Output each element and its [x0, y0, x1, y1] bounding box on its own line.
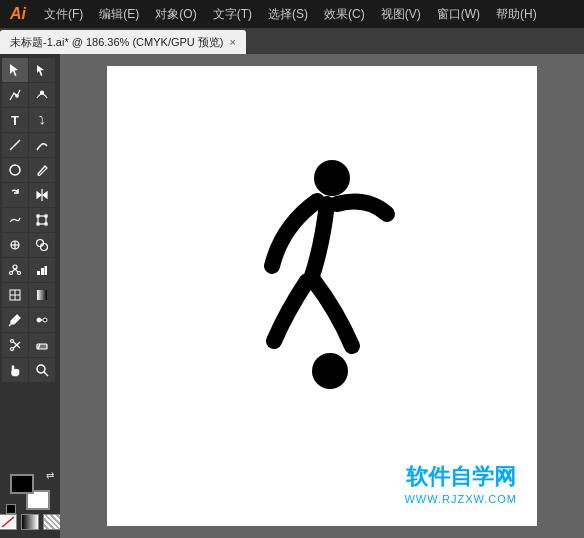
title-bar: Ai 文件(F)编辑(E)对象(O)文字(T)选择(S)效果(C)视图(V)窗口… — [0, 0, 584, 28]
main-area: T ⤵ — [0, 54, 584, 538]
tool-row-shape — [2, 158, 58, 182]
svg-point-36 — [11, 340, 14, 343]
puppet-warp-tool[interactable] — [2, 233, 28, 257]
symbol-tool[interactable] — [2, 258, 28, 282]
paintbrush-tool[interactable] — [29, 158, 55, 182]
svg-line-4 — [10, 140, 20, 150]
menu-item-帮助h[interactable]: 帮助(H) — [488, 0, 545, 28]
svg-line-31 — [9, 324, 11, 326]
default-colors-icon[interactable] — [6, 504, 16, 514]
svg-point-33 — [43, 318, 47, 322]
menu-item-文字t[interactable]: 文字(T) — [205, 0, 260, 28]
svg-marker-0 — [10, 64, 18, 76]
svg-point-44 — [314, 160, 350, 196]
watermark-main-text: 软件自学网 — [404, 463, 517, 492]
column-graph-tool[interactable] — [29, 258, 55, 282]
gradient-tool[interactable] — [29, 283, 55, 307]
menu-bar: 文件(F)编辑(E)对象(O)文字(T)选择(S)效果(C)视图(V)窗口(W)… — [36, 0, 584, 28]
type-tool[interactable]: T — [2, 108, 28, 132]
free-transform-tool[interactable] — [29, 208, 55, 232]
svg-rect-11 — [45, 215, 47, 217]
svg-point-19 — [13, 265, 17, 269]
svg-rect-10 — [37, 215, 39, 217]
vertical-type-tool[interactable]: ⤵ — [29, 108, 55, 132]
svg-point-41 — [37, 365, 45, 373]
pattern-swatch[interactable] — [43, 514, 61, 530]
reflect-tool[interactable] — [29, 183, 55, 207]
tool-row-2 — [2, 83, 58, 107]
tab-label: 未标题-1.ai* @ 186.36% (CMYK/GPU 预览) — [10, 35, 224, 50]
tool-row-scissors — [2, 333, 58, 357]
swap-colors-icon[interactable]: ⇄ — [46, 470, 54, 481]
menu-item-视图v[interactable]: 视图(V) — [373, 0, 429, 28]
tab-close-button[interactable]: × — [230, 36, 236, 48]
menu-item-对象o[interactable]: 对象(O) — [147, 0, 204, 28]
svg-point-18 — [41, 244, 48, 251]
menu-item-编辑e[interactable]: 编辑(E) — [91, 0, 147, 28]
direct-select-tool[interactable] — [29, 58, 55, 82]
svg-point-3 — [41, 91, 44, 94]
svg-rect-25 — [41, 268, 44, 275]
svg-marker-8 — [43, 192, 47, 198]
mesh-tool[interactable] — [2, 283, 28, 307]
canvas-area[interactable]: 软件自学网 WWW.RJZXW.COM — [60, 54, 584, 538]
canvas: 软件自学网 WWW.RJZXW.COM — [107, 66, 537, 526]
select-tool[interactable] — [2, 58, 28, 82]
svg-point-17 — [37, 240, 44, 247]
svg-rect-12 — [37, 223, 39, 225]
svg-point-5 — [10, 165, 20, 175]
svg-point-45 — [312, 353, 348, 389]
svg-rect-24 — [37, 271, 40, 275]
watermark-sub-text: WWW.RJZXW.COM — [404, 492, 517, 506]
tool-row-line — [2, 133, 58, 157]
hand-tool[interactable] — [2, 358, 28, 382]
svg-point-35 — [11, 348, 14, 351]
active-tab[interactable]: 未标题-1.ai* @ 186.36% (CMYK/GPU 预览) × — [0, 30, 246, 54]
svg-line-43 — [2, 517, 14, 527]
tool-row-eyedropper — [2, 308, 58, 332]
tool-row-type: T ⤵ — [2, 108, 58, 132]
tool-row-hand — [2, 358, 58, 382]
svg-rect-30 — [37, 290, 47, 300]
svg-rect-13 — [45, 223, 47, 225]
pen-tool[interactable] — [2, 83, 28, 107]
warp-tool[interactable] — [2, 208, 28, 232]
tool-row-mesh — [2, 283, 58, 307]
svg-rect-26 — [45, 266, 48, 275]
tool-row-selection — [2, 58, 58, 82]
zoom-tool[interactable] — [29, 358, 55, 382]
fill-color-box[interactable] — [10, 474, 34, 494]
ellipse-tool[interactable] — [2, 158, 28, 182]
curvature-tool[interactable] — [29, 83, 55, 107]
svg-point-2 — [16, 95, 18, 97]
menu-item-效果c[interactable]: 效果(C) — [316, 0, 373, 28]
color-options-row — [0, 514, 61, 530]
blend-tool[interactable] — [29, 308, 55, 332]
stick-figure — [222, 146, 422, 446]
menu-item-选择s[interactable]: 选择(S) — [260, 0, 316, 28]
toolbar: T ⤵ — [0, 54, 60, 538]
rotate-tool[interactable] — [2, 183, 28, 207]
tool-row-warp — [2, 208, 58, 232]
svg-marker-7 — [37, 192, 41, 198]
ai-logo: Ai — [0, 0, 36, 28]
tool-row-graph — [2, 258, 58, 282]
menu-item-文件f[interactable]: 文件(F) — [36, 0, 91, 28]
menu-item-窗口w[interactable]: 窗口(W) — [429, 0, 488, 28]
scissors-tool[interactable] — [2, 333, 28, 357]
svg-line-23 — [15, 269, 18, 272]
color-boxes: ⇄ — [10, 474, 50, 510]
tool-row-puppet — [2, 233, 58, 257]
eyedropper-tool[interactable] — [2, 308, 28, 332]
color-area: ⇄ — [2, 474, 58, 530]
arc-tool[interactable] — [29, 133, 55, 157]
svg-marker-1 — [37, 65, 44, 76]
shape-builder-tool[interactable] — [29, 233, 55, 257]
tab-bar: 未标题-1.ai* @ 186.36% (CMYK/GPU 预览) × — [0, 28, 584, 54]
eraser-tool[interactable] — [29, 333, 55, 357]
gradient-swatch[interactable] — [21, 514, 39, 530]
svg-point-32 — [37, 318, 41, 322]
line-tool[interactable] — [2, 133, 28, 157]
none-color-btn[interactable] — [0, 514, 17, 530]
tool-row-transform — [2, 183, 58, 207]
